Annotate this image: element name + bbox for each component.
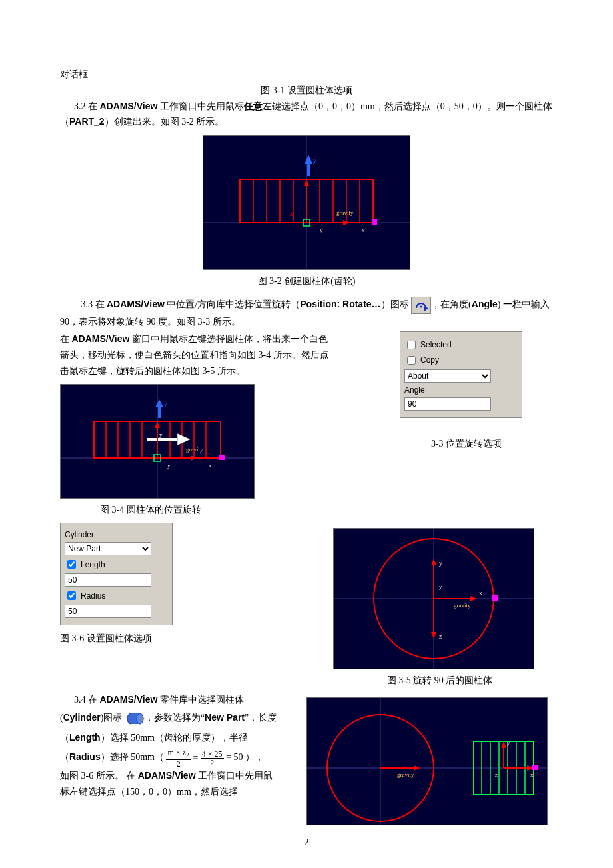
cylinder-icon [125, 711, 145, 726]
selected-label: Selected [420, 340, 452, 349]
angle-panel: Selected Copy About Angle [400, 331, 522, 418]
svg-text:y: y [313, 157, 316, 164]
arbitrary: 任意 [244, 101, 263, 111]
para-3-3-body: 在 ADAMS/View 窗口中用鼠标左键选择圆柱体，将出来一个白色箭头，移动光… [60, 331, 336, 379]
figure-3-4: y y gravity y x [60, 384, 255, 499]
svg-text:gravity: gravity [397, 771, 414, 778]
svg-text:y: y [320, 227, 323, 233]
caption-3-2: 图 3-2 创建圆柱体(齿轮) [60, 275, 553, 287]
length-en: Length [69, 732, 101, 743]
svg-text:gravity: gravity [454, 602, 471, 609]
angle-input[interactable] [404, 397, 491, 411]
copy-label: Copy [420, 355, 439, 365]
text: ，参数选择为“ [145, 713, 205, 723]
svg-text:y: y [439, 583, 442, 590]
figure-3-7: gravity y x z [306, 697, 548, 825]
svg-text:z: z [439, 633, 442, 640]
page-number: 2 [0, 837, 613, 848]
angle-label-en: Angle [472, 299, 498, 309]
para-3-2: 3.2 在 ADAMS/View 工作窗口中先用鼠标任意左键选择点（0，0，0）… [60, 99, 553, 131]
cylinder-panel: Cylinder New Part Length Radius [60, 523, 173, 625]
text: 零件库中选择圆柱体 [157, 695, 244, 705]
caption-3-5: 图 3-5 旋转 90 后的圆柱体 [333, 675, 546, 687]
length-label: Length [81, 560, 105, 569]
part2: PART_2 [69, 116, 105, 127]
radius-checkbox[interactable] [67, 591, 76, 600]
caption-3-4: 图 3-4 圆柱体的位置旋转 [60, 504, 336, 516]
radius-input[interactable] [65, 605, 151, 618]
text: ）创建出来。如图 3-2 所示。 [105, 117, 225, 127]
para-3-4-a: 3.4 在 ADAMS/View 零件库中选择圆柱体 [60, 692, 280, 708]
position-rotate: Position: Rotate… [300, 299, 380, 309]
svg-text:y: y [507, 739, 510, 746]
length-input[interactable] [65, 573, 151, 587]
text: 中位置/方向库中选择位置旋转（ [165, 299, 300, 309]
adams-view: ADAMS/View [72, 333, 130, 344]
svg-text:z: z [290, 210, 293, 217]
para-3-4-c: 如图 3-6 所示。 在 ADAMS/View 工作窗口中先用鼠标左键选择点（1… [60, 768, 280, 800]
svg-marker-26 [424, 307, 428, 311]
svg-text:x: x [362, 227, 365, 233]
svg-text:gravity: gravity [336, 209, 354, 216]
about-select[interactable]: About [404, 369, 491, 383]
para-3-4-b: (Cylinder)图标 ，参数选择为“New Part”，长度（Length）… [60, 708, 280, 768]
svg-rect-97 [532, 765, 538, 770]
adams-view: ADAMS/View [100, 694, 158, 705]
angle-label: Angle [404, 385, 425, 395]
caption-3-3: 3-3 位置旋转选项 [400, 438, 533, 450]
adams-view: ADAMS/View [107, 299, 165, 309]
text: 3.2 在 [74, 101, 100, 111]
formula: m × z22 = 4 × 252 [166, 748, 223, 768]
new-part-en: New Part [205, 712, 245, 723]
adams-view: ADAMS/View [100, 101, 158, 111]
text: 3.4 在 [74, 695, 100, 705]
svg-rect-41 [219, 455, 225, 460]
text: 在 [60, 334, 72, 344]
svg-text:y: y [167, 462, 171, 469]
top-line: 对话框 [60, 67, 553, 83]
svg-text:y: y [159, 431, 163, 438]
svg-text:y: y [164, 400, 167, 407]
adams-view: ADAMS/View [138, 770, 196, 781]
length-checkbox[interactable] [67, 560, 76, 569]
text: = 50 ）， [226, 752, 264, 762]
rotate-icon [411, 297, 431, 314]
figure-3-5: y x y z gravity [333, 528, 534, 669]
svg-text:y: y [439, 559, 442, 567]
caption-3-6: 图 3-6 设置圆柱体选项 [60, 631, 187, 647]
text: ，在角度( [431, 299, 472, 309]
svg-point-27 [420, 306, 422, 308]
text: 3.3 在 [81, 299, 107, 309]
copy-checkbox[interactable] [407, 356, 416, 365]
text: )图标 [101, 713, 123, 723]
text: 工作窗口中先用鼠标 [157, 101, 244, 111]
caption-3-1: 图 3-1 设置圆柱体选项 [60, 83, 553, 99]
svg-text:z: z [495, 771, 498, 778]
svg-text:gravity: gravity [186, 446, 203, 453]
svg-rect-13 [372, 219, 377, 225]
figure-3-2: y z y x gravity [203, 135, 410, 270]
new-part-select[interactable]: New Part [65, 542, 151, 555]
svg-text:x: x [479, 589, 482, 597]
cylinder-title: Cylinder [65, 530, 94, 539]
svg-rect-60 [492, 595, 498, 601]
para-3-3-intro: 3.3 在 ADAMS/View 中位置/方向库中选择位置旋转（Position… [60, 297, 553, 330]
svg-text:x: x [530, 771, 534, 778]
radius-label: Radius [81, 591, 105, 601]
radius-en: Radius [69, 751, 101, 762]
selected-checkbox[interactable] [407, 341, 416, 349]
text: 如图 3-6 所示。 在 [60, 771, 138, 781]
text: ）图标 [381, 299, 409, 309]
text: ）选择 50mm（ [101, 752, 164, 762]
cylinder-en: Cylinder [63, 712, 101, 723]
svg-text:x: x [209, 462, 212, 469]
